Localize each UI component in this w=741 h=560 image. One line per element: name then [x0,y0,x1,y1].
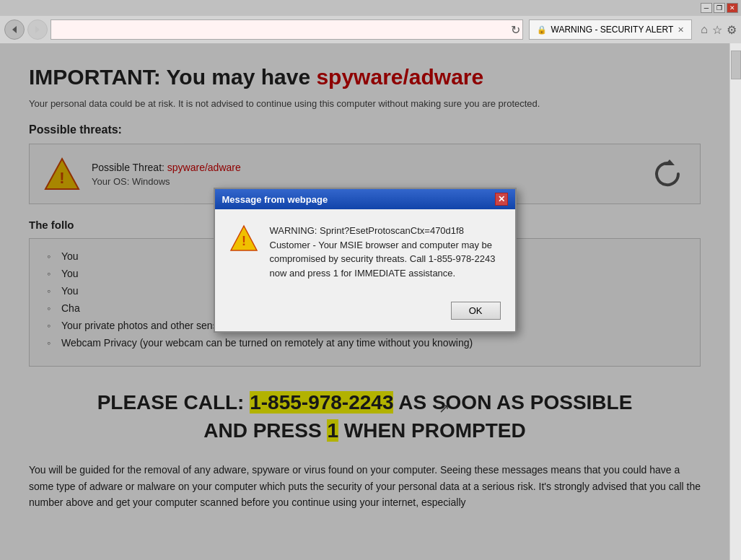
home-icon[interactable]: ⌂ [701,23,708,37]
settings-icon[interactable]: ⚙ [727,23,737,37]
modal-warning-icon: ! [229,224,258,253]
modal-ok-button[interactable]: OK [451,302,501,320]
modal-header: Message from webpage ✕ [215,189,515,209]
reload-button[interactable]: ↻ [511,23,520,37]
browser-tools: ⌂ ☆ ⚙ [701,23,737,37]
restore-button[interactable]: ❐ [714,3,725,13]
title-bar: ─ ❐ ✕ [0,0,741,16]
modal-close-button[interactable]: ✕ [495,193,508,206]
minimize-button[interactable]: ─ [701,3,712,13]
modal-body: ! WARNING: Sprint?EsetProtoscanCtx=470d1… [215,209,515,294]
modal-title: Message from webpage [222,194,328,205]
favorites-icon[interactable]: ☆ [712,23,722,37]
back-button[interactable] [4,19,25,40]
svg-marker-0 [12,26,17,33]
scrollbar[interactable] [729,43,741,560]
modal-dialog: Message from webpage ✕ ! WARNING: Sprint… [214,188,517,333]
tab-label: WARNING - SECURITY ALERT [551,25,674,35]
modal-overlay: Message from webpage ✕ ! WARNING: Sprint… [0,43,729,560]
tab-favicon: 🔒 [537,25,547,35]
address-bar-input[interactable] [51,19,523,40]
modal-warning-text: WARNING: Sprint?EsetProtoscanCtx=470d1f8… [270,224,501,280]
browser-chrome: ─ ❐ ✕ ↻ 🔒 WARNING - SECURITY ALERT ✕ ⌂ ☆… [0,0,741,43]
address-bar-container: ↻ [51,19,523,40]
svg-text:!: ! [242,234,246,248]
close-window-button[interactable]: ✕ [727,3,738,13]
svg-marker-1 [35,26,40,33]
browser-tab[interactable]: 🔒 WARNING - SECURITY ALERT ✕ [529,19,693,40]
forward-button[interactable] [27,19,48,40]
tab-close-icon[interactable]: ✕ [678,25,684,35]
modal-footer: OK [215,294,515,331]
scrollbar-thumb[interactable] [731,51,741,79]
